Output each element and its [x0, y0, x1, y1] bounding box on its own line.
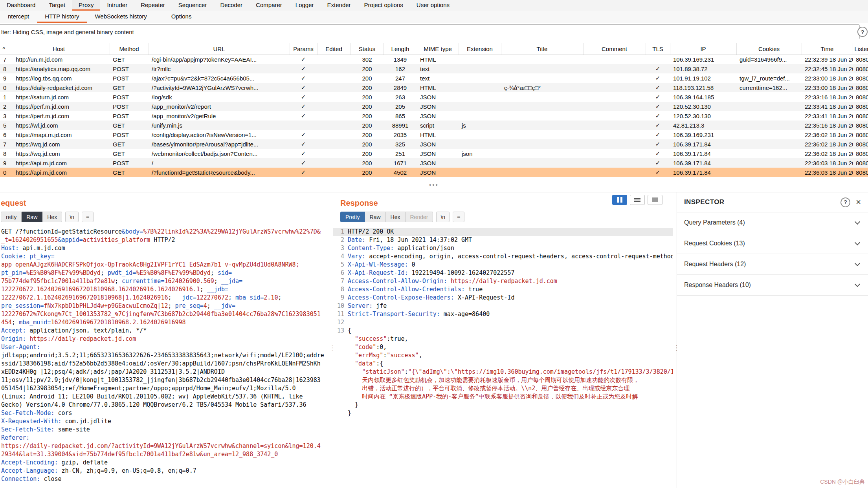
cell-status: 200 [351, 158, 384, 168]
column-header-method[interactable]: Method [110, 43, 149, 55]
menu-tab-repeater[interactable]: Repeater [134, 0, 172, 11]
split-rows-button[interactable] [630, 195, 645, 205]
horizontal-splitter[interactable]: ••• [0, 177, 868, 192]
menu-tab-logger[interactable]: Logger [289, 0, 321, 11]
response-tab-hex[interactable]: Hex [386, 212, 406, 222]
column-header-edited[interactable]: Edited [317, 43, 351, 55]
help-icon[interactable]: ? [857, 27, 868, 37]
cell-status: 200 [351, 92, 384, 102]
menu-tab-decoder[interactable]: Decoder [213, 0, 249, 11]
column-header-tls[interactable]: TLS [646, 43, 670, 55]
menu-tab-target[interactable]: Target [42, 0, 72, 11]
column-header-ext[interactable]: Extension [459, 43, 501, 55]
menu-tab-proxy[interactable]: Proxy [72, 0, 100, 11]
table-row[interactable]: 2https://perf.m.jd.comPOST/app_monitor/v… [0, 102, 868, 111]
request-code-line: Host: api.m.jd.com [1, 244, 328, 252]
cell-comment [583, 121, 646, 130]
request-tab-raw[interactable]: Raw [22, 212, 42, 222]
table-row[interactable]: 7https://wq.jd.comGET/bases/ylmonitor/pr… [0, 139, 868, 149]
proxy-tab-websockets-history[interactable]: WebSockets history [87, 11, 154, 23]
cell-ext [459, 158, 501, 168]
cell-status: 200 [351, 149, 384, 158]
table-row[interactable]: 6https://mapi.m.jd.comPOST/config/displa… [0, 130, 868, 139]
cell-length: 4502 [384, 168, 417, 177]
menu-tab-user-options[interactable]: User options [410, 0, 456, 11]
column-header-cookies[interactable]: Cookies [736, 43, 802, 55]
single-pane-button[interactable] [648, 195, 662, 205]
cell-params: ✓ [290, 102, 317, 111]
request-response-splitter[interactable]: ⋮ [328, 192, 332, 488]
response-tab-render[interactable]: Render [406, 212, 433, 222]
cell-time: 22:36:03 18 Jun 2021 [802, 158, 853, 168]
menu-tab-comparer[interactable]: Comparer [249, 0, 289, 11]
request-code-line: Sec-Fetch-Mode: cors [1, 409, 328, 417]
request-code-line: Accept-Language: zh-CN, zh;q=0.9, en-US;… [1, 467, 328, 475]
main-tab-bar: DashboardTargetProxyIntruderRepeaterSequ… [0, 0, 868, 11]
column-header-mime[interactable]: MIME type [417, 43, 459, 55]
cell-url: /log/sdk [149, 92, 290, 102]
column-header-length[interactable]: Length [384, 43, 417, 55]
cell-num: 8 [0, 149, 8, 158]
request-code-line: Referer: [1, 434, 328, 442]
inspector-section-request-headers-12[interactable]: Request Headers (12) [677, 254, 868, 275]
proxy-tab-ntercept[interactable]: ntercept [0, 11, 37, 23]
request-editor-menu-button[interactable]: ≡ [82, 212, 94, 222]
response-editor-menu-button[interactable]: ≡ [453, 212, 464, 222]
menu-tab-intruder[interactable]: Intruder [100, 0, 134, 11]
cell-ip: 106.39.169.231 [670, 55, 736, 64]
line-number: 5 [333, 261, 344, 269]
cell-params: ✓ [290, 168, 317, 177]
menu-tab-project-options[interactable]: Project options [358, 0, 410, 11]
menu-tab-extender[interactable]: Extender [321, 0, 358, 11]
cell-host: https://wq.jd.com [8, 149, 110, 158]
request-code-line: Sec-Fetch-Site: same-site [1, 426, 328, 434]
table-row[interactable]: 7http://un.m.jd.comGET/cgi-bin/app/appjm… [0, 55, 868, 64]
table-row[interactable]: 8https://wq.jd.comGET/webmonitor/collect… [0, 149, 868, 158]
column-header-params[interactable]: Params [290, 43, 317, 55]
column-header-status[interactable]: Status [351, 43, 384, 55]
table-row[interactable]: 0https://api.m.jd.comGET/?functionId=get… [0, 168, 868, 177]
response-newline-toggle-button[interactable]: \n [436, 212, 450, 222]
menu-tab-sequencer[interactable]: Sequencer [172, 0, 214, 11]
cell-host: http://un.m.jd.com [8, 55, 110, 64]
column-header-time[interactable]: Time [802, 43, 853, 55]
request-tab-retty[interactable]: retty [1, 212, 22, 222]
inspector-section-request-cookies-13[interactable]: Request Cookies (13) [677, 233, 868, 254]
column-header-num[interactable]: ^ [0, 43, 8, 55]
cell-length: 251 [384, 149, 417, 158]
table-row[interactable]: 3https://perf.m.jd.comPOST/app_monitor/v… [0, 111, 868, 121]
filter-bar[interactable]: lter: Hiding CSS, image and general bina… [0, 24, 860, 39]
table-row[interactable]: 5https://wl.jd.comGET/unify.min.js200889… [0, 121, 868, 130]
request-newline-toggle-button[interactable]: \n [65, 212, 79, 222]
proxy-tab-options[interactable]: Options [163, 11, 200, 23]
table-row[interactable]: 8https://analytics.map.qq.comPOST/tr?mll… [0, 64, 868, 73]
line-number: 13 [333, 327, 344, 335]
inspector-close-icon[interactable]: × [856, 198, 861, 207]
cell-length: 2849 [384, 83, 417, 92]
table-row[interactable]: 1https://saturn.jd.comPOST/log/sdk✓20026… [0, 92, 868, 102]
filter-text: lter: Hiding CSS, image and general bina… [1, 29, 134, 35]
response-tab-pretty[interactable]: Pretty [340, 212, 365, 222]
column-header-title[interactable]: Title [501, 43, 583, 55]
table-row[interactable]: 9https://api.m.jd.comPOST/✓2001671JSON✓1… [0, 158, 868, 168]
http-history-table: ^HostMethodURLParamsEditedStatusLengthMI… [0, 43, 868, 177]
column-header-listener[interactable]: Listener port [853, 43, 868, 55]
column-header-host[interactable]: Host [8, 43, 110, 55]
inspector-section-query-parameters-4[interactable]: Query Parameters (4) [677, 212, 868, 233]
response-tab-raw[interactable]: Raw [365, 212, 386, 222]
response-editor[interactable]: 1HTTP/2 200 OK2Date: Fri, 18 Jun 2021 14… [332, 228, 673, 417]
table-row[interactable]: 0https://daily-redpacket.jd.comGET/?acti… [0, 83, 868, 92]
inspector-section-response-headers-10[interactable]: Response Headers (10) [677, 275, 868, 296]
proxy-tab-http-history[interactable]: HTTP history [37, 11, 87, 23]
cell-mime: JSON [417, 168, 459, 177]
response-inspector-splitter[interactable]: ⋮ [673, 192, 677, 488]
table-row[interactable]: 9https://log.tbs.qq.comPOST/ajax?c=pu&v=… [0, 73, 868, 83]
split-columns-button[interactable] [612, 195, 627, 205]
column-header-url[interactable]: URL [149, 43, 290, 55]
inspector-help-icon[interactable]: ? [840, 197, 850, 207]
menu-tab-dashboard[interactable]: Dashboard [0, 0, 42, 11]
request-tab-hex[interactable]: Hex [42, 212, 62, 222]
request-editor[interactable]: GET /?functionId=getStaticResource&body=… [0, 228, 328, 483]
column-header-ip[interactable]: IP [670, 43, 736, 55]
column-header-comment[interactable]: Comment [583, 43, 646, 55]
